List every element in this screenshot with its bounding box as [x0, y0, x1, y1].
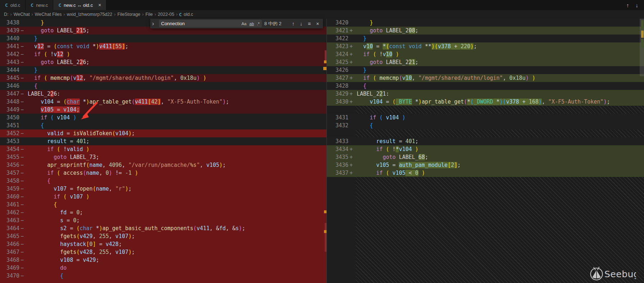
code-line[interactable]: 3458− { — [0, 177, 326, 185]
code-line[interactable]: 3469− do — [0, 264, 326, 272]
line-number[interactable]: 3425 — [327, 58, 348, 66]
line-number[interactable]: 3467 — [0, 248, 19, 256]
code-line[interactable]: 3443− goto LABEL_226; — [0, 58, 326, 66]
arrow-down-icon[interactable]: ↓ — [636, 2, 639, 8]
breadcrumb-item[interactable]: 2022-05 — [157, 12, 175, 17]
arrow-up-icon[interactable]: ↑ — [626, 2, 629, 8]
code-line[interactable]: 3451 { — [0, 122, 326, 129]
line-number[interactable]: 3446 — [0, 82, 19, 90]
line-number[interactable]: 3420 — [327, 19, 348, 27]
line-number[interactable]: 3466 — [0, 240, 19, 248]
line-number[interactable]: 3424 — [327, 50, 348, 58]
breadcrumb-file[interactable]: Cold.c — [179, 12, 193, 17]
whole-word-icon[interactable]: ab — [248, 21, 256, 26]
code-line[interactable]: 3432 { — [327, 122, 644, 129]
code-line[interactable]: 3466− haystack[0] = v428; — [0, 240, 326, 248]
breadcrumb-item[interactable]: WeChat Files — [35, 12, 62, 17]
line-number[interactable]: 3434 — [327, 145, 348, 153]
line-number[interactable]: 3432 — [327, 122, 348, 129]
find-next-icon[interactable]: ↓ — [298, 21, 304, 27]
line-number[interactable]: 3443 — [0, 58, 19, 66]
code-line[interactable]: 3465− fgets(v429, 255, v107); — [0, 232, 326, 240]
code-line[interactable]: 3460− if ( v107 ) — [0, 193, 326, 201]
code-line[interactable]: 3420 } — [327, 19, 644, 27]
toggle-replace-icon[interactable]: › — [152, 20, 156, 27]
line-number[interactable]: 3457 — [0, 169, 19, 177]
breadcrumb-item[interactable]: WeChat — [13, 12, 30, 17]
line-number[interactable]: 3465 — [0, 232, 19, 240]
line-number[interactable]: 3447 — [0, 90, 19, 98]
line-number[interactable]: 3455 — [0, 153, 19, 161]
line-number[interactable]: 3453 — [0, 137, 19, 145]
code-line[interactable]: 3453 result = 401; — [0, 137, 326, 145]
line-number[interactable]: 3441 — [0, 42, 19, 50]
regex-icon[interactable]: .* — [255, 21, 261, 26]
line-number[interactable]: 3470 — [0, 272, 19, 280]
code-line[interactable]: 3435+ goto LABEL_68; — [327, 153, 644, 161]
code-line[interactable]: 3467− fgets(v428, 255, v107); — [0, 248, 326, 256]
code-line[interactable]: 3468− v108 = v429; — [0, 256, 326, 264]
line-number[interactable]: 3442 — [0, 50, 19, 58]
tab-old.c[interactable]: Cold.c — [0, 0, 26, 10]
code-line[interactable]: 3454− if ( !valid ) — [0, 145, 326, 153]
find-in-selection-icon[interactable]: ≡ — [306, 21, 312, 27]
match-case-icon[interactable]: Aa — [240, 21, 248, 26]
close-icon[interactable]: × — [315, 21, 320, 27]
line-number[interactable]: 3445 — [0, 74, 19, 82]
line-number[interactable]: 3468 — [0, 256, 19, 264]
find-query-text[interactable]: Connection — [161, 21, 240, 26]
line-number[interactable]: 3423 — [327, 42, 348, 50]
line-number[interactable]: 3428 — [327, 82, 348, 90]
code-line[interactable]: 3447−LABEL_226: — [0, 90, 326, 98]
line-number[interactable]: 3456 — [0, 161, 19, 169]
close-icon[interactable]: × — [98, 3, 101, 8]
code-line[interactable]: 3455− goto LABEL_73; — [0, 153, 326, 161]
code-line[interactable]: 3448− v104 = (char *)apr_table_get(v411[… — [0, 98, 326, 106]
code-line[interactable]: 3429+LABEL_221: — [327, 90, 644, 98]
code-line[interactable]: 3434+ if ( !*v104 ) — [327, 145, 644, 153]
line-number[interactable]: 3439 — [0, 27, 19, 35]
breadcrumb-item[interactable]: File — [145, 12, 153, 17]
line-number[interactable]: 3469 — [0, 264, 19, 272]
line-number[interactable]: 3452 — [0, 129, 19, 137]
line-number[interactable]: 3431 — [327, 114, 348, 122]
code-line[interactable]: 3470− { — [0, 272, 326, 280]
line-number[interactable]: 3429 — [327, 90, 348, 98]
line-number[interactable]: 3462 — [0, 209, 19, 216]
line-number[interactable]: 3460 — [0, 193, 19, 201]
line-number[interactable]: 3451 — [0, 122, 19, 129]
line-number[interactable]: 3422 — [327, 35, 348, 42]
line-number[interactable]: 3458 — [0, 177, 19, 185]
line-number[interactable]: 3440 — [0, 35, 19, 42]
line-number[interactable]: 3464 — [0, 224, 19, 232]
breadcrumb-item[interactable]: wxid_lzhwomsrp75d22 — [67, 12, 113, 17]
find-previous-icon[interactable]: ↑ — [291, 21, 296, 27]
code-line[interactable]: 3440 } — [0, 35, 326, 42]
line-number[interactable]: 3421 — [327, 27, 348, 35]
code-line[interactable]: 3462− fd = 0; — [0, 209, 326, 216]
code-line[interactable]: 3441− v12 = (const void *)v411[55]; — [0, 42, 326, 50]
line-number[interactable]: 3450 — [0, 114, 19, 122]
vertical-scrollbar[interactable] — [640, 19, 644, 283]
code-line[interactable]: 3444 } — [0, 66, 326, 74]
line-number[interactable]: 3427 — [327, 74, 348, 82]
tab-new.c-old.c[interactable]: Cnew.c ↔ old.c× — [53, 0, 106, 10]
line-number[interactable]: 3437 — [327, 169, 348, 177]
code-line[interactable]: 3449− v105 = v104; — [0, 106, 326, 114]
code-line[interactable]: 3442− if ( !v12 ) — [0, 50, 326, 58]
code-line[interactable]: 3424+ if ( !v10 ) — [327, 50, 644, 58]
line-number[interactable]: 3435 — [327, 153, 348, 161]
line-number[interactable]: 3463 — [0, 216, 19, 224]
code-line[interactable]: 3450 if ( v104 ) — [0, 114, 326, 122]
code-line[interactable]: 3459− v107 = fopen(name, "r"); — [0, 185, 326, 193]
code-line[interactable]: 3437+ if ( v105 < 0 ) — [327, 169, 644, 177]
code-line[interactable]: 3426 } — [327, 66, 644, 74]
line-number[interactable]: 3448 — [0, 98, 19, 106]
code-line[interactable]: 3427+ if ( memcmp(v10, "/mgmt/shared/aut… — [327, 74, 644, 82]
code-line[interactable]: 3428 { — [327, 82, 644, 90]
overview-ruler[interactable] — [324, 19, 326, 283]
code-line[interactable]: 3436+ v105 = auth_pam_module[2]; — [327, 161, 644, 169]
code-line[interactable]: 3456− apr_snprintf(name, 4096, "/var/run… — [0, 161, 326, 169]
tab-new.c[interactable]: Cnew.c — [26, 0, 53, 10]
code-line[interactable]: 3433 result = 401; — [327, 137, 644, 145]
